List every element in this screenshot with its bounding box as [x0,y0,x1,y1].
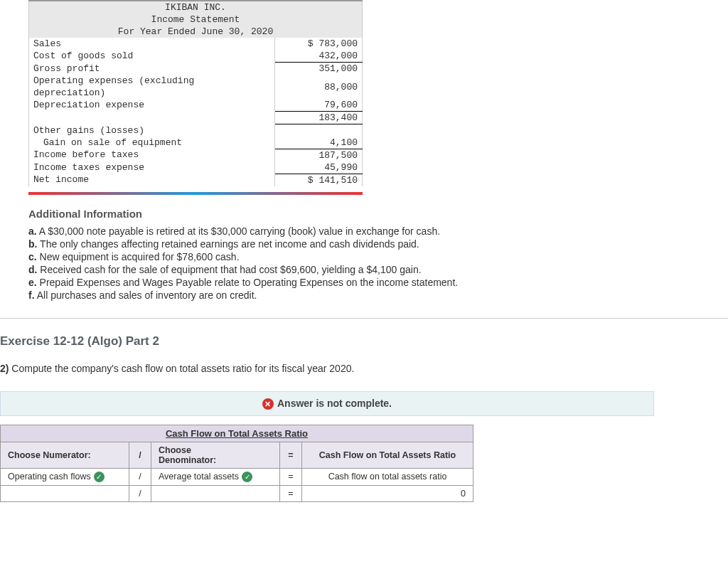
result-value: 0 [302,486,473,502]
info-item-d: d. Received cash for the sale of equipme… [28,264,647,275]
row-opex-value: 88,000 [275,75,363,99]
info-item-a: a. A $30,000 note payable is retired at … [28,225,647,237]
numerator-header: Choose Numerator: [1,442,129,468]
row-opex-label1: Operating expenses (excluding [29,75,275,87]
numerator-input[interactable]: Operating cash flows✓ [1,468,129,485]
row-tax-value: 45,990 [275,161,363,174]
row-opex-label2: depreciation) [29,87,275,99]
denominator-header: Choose Denominator: [151,442,280,468]
row-ni-label: Net income [29,174,275,186]
row-tax-label: Income taxes expense [29,161,275,174]
row-sales-label: Sales [29,38,275,50]
info-item-e: e. Prepaid Expenses and Wages Payable re… [28,277,647,288]
ratio-header: Cash Flow on Total Assets Ratio [1,425,473,442]
row-cogs-label: Cost of goods sold [29,50,275,63]
statement-period: For Year Ended June 30, 2020 [29,26,363,38]
row-other-label: Other gains (losses) [29,124,275,137]
company-name: IKIBAN INC. [29,1,363,14]
numerator-value-input[interactable] [1,486,129,502]
denominator-value-input[interactable] [151,486,280,502]
denominator-input[interactable]: Average total assets✓ [151,468,280,485]
equals-header: = [280,442,302,468]
exercise-title: Exercise 12-12 (Algo) Part 2 [0,334,728,349]
result-header: Cash Flow on Total Assets Ratio [302,442,473,468]
additional-info-heading: Additional Information [28,208,647,220]
exercise-prompt: 2) Compute the company's cash flow on to… [0,363,728,374]
gradient-divider [28,192,363,195]
check-icon: ✓ [94,472,105,482]
result-label: Cash flow on total assets ratio [302,468,473,485]
row-cogs-value: 432,000 [275,50,363,63]
row-gain-label: Gain on sale of equipment [29,137,275,149]
check-icon: ✓ [242,472,252,482]
info-item-b: b. The only changes affecting retained e… [28,238,647,250]
row-sales-value: $ 783,000 [275,38,363,50]
income-statement: IKIBAN INC. Income Statement For Year En… [28,0,363,186]
statement-title: Income Statement [29,14,363,26]
feedback-text: Answer is not complete. [277,398,392,409]
ratio-table: Cash Flow on Total Assets Ratio Choose N… [0,425,473,502]
row-ibt-value: 187,500 [275,149,363,161]
info-item-c: c. New equipment is acquired for $78,600… [28,251,647,262]
info-item-f: f. All purchases and sales of inventory … [28,289,647,301]
slash-header: / [129,442,151,468]
row-ni-value: $ 141,510 [275,174,363,186]
row-dep-value: 79,600 [275,99,363,112]
row-dep-label: Depreciation expense [29,99,275,112]
additional-information: Additional Information a. A $30,000 note… [28,208,647,301]
error-icon: ✕ [262,398,274,410]
row-subtotal1-value: 183,400 [275,112,363,124]
row-ibt-label: Income before taxes [29,149,275,161]
row-gain-value: 4,100 [275,137,363,149]
row-gross-profit-value: 351,000 [275,63,363,75]
row-gross-profit-label: Gross profit [29,63,275,75]
feedback-banner: ✕Answer is not complete. [0,391,654,416]
